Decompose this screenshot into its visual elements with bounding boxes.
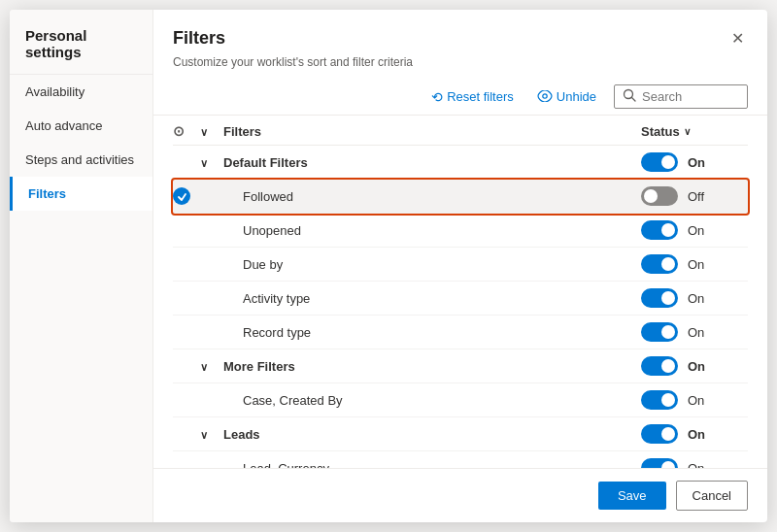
toolbar: ⟲ Reset filters Unhide <box>153 79 767 116</box>
close-button[interactable]: ✕ <box>727 25 748 51</box>
sidebar-item-steps-activities[interactable]: Steps and activities <box>10 143 152 177</box>
main-panel: Filters ✕ Customize your worklist's sort… <box>153 10 767 522</box>
row-case-created-by: Case, Created By On <box>173 383 748 417</box>
clock-icon: ⊙ <box>173 123 185 139</box>
unhide-icon <box>537 89 553 105</box>
row-unopened: Unopened On <box>173 214 748 248</box>
header-check-col: ⊙ <box>173 123 200 139</box>
sidebar-item-availability[interactable]: Availability <box>10 75 152 109</box>
panel-subtitle: Customize your worklist's sort and filte… <box>153 51 767 79</box>
more-filters-label: More Filters <box>223 359 641 374</box>
sidebar-item-filters[interactable]: Filters <box>10 177 152 211</box>
settings-dialog: Personal settings Availability Auto adva… <box>10 10 767 522</box>
header-expand-col: ∨ <box>200 124 223 139</box>
main-header: Filters ✕ <box>153 10 767 51</box>
followed-toggle-wrap: Off <box>641 186 748 206</box>
chevron-down-icon: ∨ <box>200 126 208 138</box>
reset-filters-label: Reset filters <box>447 89 514 104</box>
case-created-by-toggle[interactable] <box>641 390 678 410</box>
row-activity-type: Activity type On <box>173 282 748 316</box>
default-filters-label: Default Filters <box>223 155 641 170</box>
row-record-type: Record type On <box>173 316 748 349</box>
search-icon <box>623 88 636 105</box>
svg-line-2 <box>632 98 636 102</box>
header-filters-col: Filters <box>223 124 641 139</box>
close-icon: ✕ <box>731 30 744 47</box>
unhide-label: Unhide <box>557 89 596 104</box>
row-default-filters: ∨ Default Filters On <box>173 146 748 180</box>
search-box[interactable] <box>614 84 748 109</box>
leads-toggle[interactable] <box>641 424 678 444</box>
row-due-by: Due by On <box>173 248 748 282</box>
followed-label: Followed <box>223 189 641 204</box>
lead-currency-toggle[interactable] <box>641 458 678 468</box>
sidebar-title: Personal settings <box>10 10 152 75</box>
search-input[interactable] <box>642 89 739 104</box>
record-type-label: Record type <box>223 325 641 340</box>
header-status-col: Status ∨ <box>641 124 748 139</box>
reset-filters-button[interactable]: ⟲ Reset filters <box>425 85 520 109</box>
chevron-down-leads-icon: ∨ <box>200 429 208 441</box>
case-created-by-label: Case, Created By <box>223 393 641 408</box>
due-by-label: Due by <box>223 257 641 272</box>
activity-type-label: Activity type <box>223 291 641 306</box>
default-filters-toggle[interactable] <box>641 152 678 172</box>
save-button[interactable]: Save <box>598 482 666 510</box>
chevron-down-more-icon: ∨ <box>200 361 208 373</box>
more-filters-toggle[interactable] <box>641 356 678 376</box>
filters-table: ⊙ ∨ Filters Status ∨ ∨ Default Filters <box>153 116 767 468</box>
activity-type-toggle[interactable] <box>641 288 678 308</box>
cancel-button[interactable]: Cancel <box>676 481 748 511</box>
sidebar-item-auto-advance[interactable]: Auto advance <box>10 109 152 143</box>
panel-title: Filters <box>173 28 225 49</box>
row-leads: ∨ Leads On <box>173 417 748 451</box>
followed-toggle[interactable] <box>641 186 678 206</box>
row-followed[interactable]: Followed Off <box>173 180 748 214</box>
reset-icon: ⟲ <box>431 89 443 105</box>
leads-label: Leads <box>223 427 641 442</box>
followed-check-icon <box>173 187 190 205</box>
sort-icon[interactable]: ∨ <box>684 126 691 137</box>
due-by-toggle[interactable] <box>641 254 678 274</box>
unopened-label: Unopened <box>223 223 641 238</box>
row-more-filters: ∨ More Filters On <box>173 349 748 383</box>
svg-point-0 <box>543 93 547 97</box>
record-type-toggle[interactable] <box>641 322 678 342</box>
sidebar: Personal settings Availability Auto adva… <box>10 10 153 522</box>
chevron-down-default-icon: ∨ <box>200 157 208 169</box>
table-header: ⊙ ∨ Filters Status ∨ <box>173 116 748 146</box>
unopened-toggle[interactable] <box>641 220 678 240</box>
default-filters-toggle-wrap: On <box>641 152 748 172</box>
lead-currency-label: Lead, Currency <box>223 461 641 469</box>
unhide-button[interactable]: Unhide <box>531 85 602 109</box>
row-lead-currency: Lead, Currency On <box>173 451 748 468</box>
dialog-footer: Save Cancel <box>153 468 767 522</box>
